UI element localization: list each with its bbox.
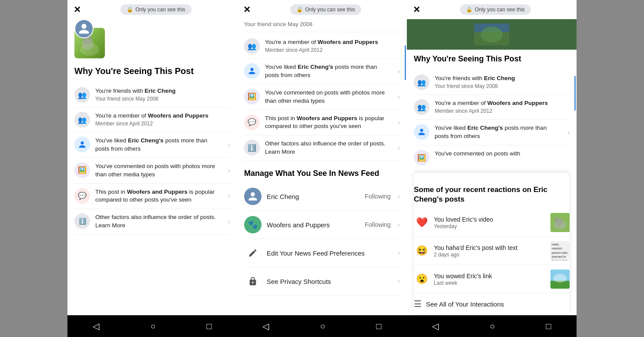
- phone-1-content: Why You're Seeing This Post 👥 You're fri…: [67, 19, 237, 315]
- privacy-pill-3: 🔒 Only you can see this: [420, 4, 570, 15]
- close-button-3[interactable]: ✕: [413, 5, 420, 14]
- eric-avatar-2: [244, 188, 262, 205]
- home-nav-3[interactable]: ○: [490, 321, 495, 331]
- see-all-3[interactable]: ☰ See All of Your Interactions: [414, 293, 570, 314]
- reason-friends-text-1: You're friends with Eric Cheng: [95, 87, 230, 95]
- reactions-panel-3: Some of your recent reactions on Eric Ch…: [414, 173, 570, 314]
- scroll-indicator-3: [574, 76, 576, 111]
- phone-2-content: Your friend since May 2008 👥 You're a me…: [237, 19, 407, 315]
- manage-edit-2[interactable]: Edit Your News Feed Preferences ›: [244, 239, 400, 267]
- lock-icon-2: 🔒: [296, 7, 303, 13]
- chevron-privacy-2: ›: [398, 277, 400, 285]
- commented-icon-2: 🖼️: [244, 89, 260, 104]
- reason-member-sub-1: Member since April 2012: [95, 121, 230, 127]
- member-icon-2: 👥: [244, 38, 260, 54]
- reason-popular-1[interactable]: 💬 This post in Woofers and Puppers is po…: [74, 184, 230, 209]
- haha-title-3: You haha'd Eric's post with text: [434, 244, 546, 251]
- reason-friends-1: 👥 You're friends with Eric Cheng Your fr…: [74, 83, 230, 108]
- liked-icon-3: [414, 124, 429, 140]
- reason-liked-1[interactable]: You've liked Eric Cheng's posts more tha…: [74, 132, 230, 158]
- privacy-pill-inner-2: 🔒 Only you can see this: [290, 4, 361, 15]
- manage-woofers-2[interactable]: 🐾 Woofers and Puppers Following ›: [244, 211, 400, 239]
- friend-since-2: Your friend since May 2008: [244, 19, 400, 32]
- close-button-1[interactable]: ✕: [74, 5, 81, 14]
- haha-time-3: 2 days ago: [434, 252, 546, 258]
- back-nav-3[interactable]: ◁: [432, 321, 439, 331]
- back-nav-2[interactable]: ◁: [262, 321, 269, 331]
- reason-other-1[interactable]: ℹ️ Other factors also influence the orde…: [74, 209, 230, 235]
- chevron-edit-2: ›: [398, 249, 400, 257]
- phone-3-nav: ◁ ○ □: [407, 315, 577, 337]
- liked-icon-2: [244, 63, 260, 79]
- lock-icon-1: 🔒: [127, 7, 133, 13]
- privacy-label-2: See Privacy Shortcuts: [267, 278, 392, 285]
- reason-friends-sub-3: Your friend since May 2008: [435, 83, 570, 89]
- reason-other-text-1: Other factors also influence the order o…: [95, 213, 223, 230]
- chevron-woofers-2: ›: [398, 221, 400, 229]
- manage-eric-2[interactable]: Eric Cheng Following ›: [244, 182, 400, 211]
- manage-privacy-2[interactable]: See Privacy Shortcuts ›: [244, 267, 400, 296]
- reason-member-2: 👥 You're a member of Woofers and Puppers…: [244, 34, 400, 59]
- person-icon-1: [78, 23, 90, 35]
- reason-member-text-2: You're a member of Woofers and Puppers: [265, 38, 400, 47]
- list-icon-3: ☰: [414, 299, 422, 309]
- chevron-liked-1: ›: [228, 141, 230, 149]
- loved-text-wrap-3: You loved Eric's video Yesterday: [434, 216, 546, 229]
- woofers-icon-wrap-2: 🐾: [244, 216, 262, 233]
- home-nav-1[interactable]: ○: [150, 321, 155, 331]
- phone-3-screen: ✕ 🔒 Only you can see this Why You're See…: [407, 0, 577, 315]
- recent-nav-3[interactable]: □: [546, 321, 551, 331]
- phone-1-nav: ◁ ○ □: [67, 315, 237, 337]
- friends-icon-1: 👥: [74, 87, 90, 103]
- woofers-label-2: Woofers and Puppers: [267, 221, 360, 229]
- loved-thumb-3: [550, 213, 570, 232]
- phone-2-top-bar: ✕ 🔒 Only you can see this: [237, 0, 407, 19]
- recent-nav-2[interactable]: □: [376, 321, 381, 331]
- privacy-pill-inner-1: 🔒 Only you can see this: [121, 4, 191, 15]
- reason-member-sub-3: Member since April 2012: [435, 108, 570, 114]
- reason-member-text-3: You're a member of Woofers and Puppers: [435, 99, 570, 108]
- lock-icon-3: 🔒: [466, 7, 473, 13]
- liked-svg-2: [248, 67, 256, 75]
- close-button-2[interactable]: ✕: [243, 5, 251, 14]
- privacy-label-3: Only you can see this: [475, 7, 525, 13]
- reason-liked-3[interactable]: You've liked Eric Cheng's posts more tha…: [414, 120, 570, 145]
- phone-2-nav: ◁ ○ □: [237, 315, 407, 337]
- reason-other-2[interactable]: ℹ️ Other factors also influence the orde…: [244, 135, 400, 161]
- recent-nav-1[interactable]: □: [206, 321, 211, 331]
- chevron-liked-2: ›: [398, 67, 400, 75]
- phone-1: ✕ 🔒 Only you can see this: [67, 0, 237, 337]
- haha-text-wrap-3: You haha'd Eric's post with text 2 days …: [434, 244, 546, 258]
- home-nav-2[interactable]: ○: [320, 321, 325, 331]
- phone-2-screen: ✕ 🔒 Only you can see this Your friend si…: [237, 0, 407, 315]
- phone-3-top-bar: ✕ 🔒 Only you can see this: [407, 0, 577, 19]
- reactions-heading-3: Some of your recent reactions on Eric Ch…: [414, 185, 570, 204]
- member-icon-1: 👥: [74, 112, 90, 128]
- popular-icon-1: 💬: [74, 188, 90, 204]
- liked-svg-3: [418, 128, 426, 136]
- loved-time-3: Yesterday: [434, 223, 546, 229]
- edit-svg-2: [248, 248, 258, 258]
- privacy-pill-1: 🔒 Only you can see this: [81, 4, 231, 15]
- other-icon-2: ℹ️: [244, 140, 260, 155]
- privacy-pill-inner-3: 🔒 Only you can see this: [460, 4, 531, 15]
- phone-3-content: Why You're Seeing This Post 👥 You're fri…: [407, 50, 577, 315]
- reason-popular-2[interactable]: 💬 This post in Woofers and Puppers is po…: [244, 110, 400, 136]
- reason-member-1: 👥 You're a member of Woofers and Puppers…: [74, 108, 230, 132]
- why-seeing-heading-3: Why You're Seeing This Post: [414, 54, 570, 64]
- back-nav-1[interactable]: ◁: [93, 321, 99, 331]
- reason-commented-1[interactable]: 🖼️ You've commented on posts with photos…: [74, 158, 230, 184]
- avatar-stack-1: [74, 19, 105, 58]
- reason-liked-2[interactable]: You've liked Eric Cheng's posts more tha…: [244, 59, 400, 84]
- lock-svg-2: [248, 276, 258, 286]
- haha-thumb-3: Hello, random person who seemed to have …: [550, 241, 570, 260]
- reaction-loved-3: ❤️ You loved Eric's video Yesterday: [414, 209, 570, 237]
- reason-commented-2[interactable]: 🖼️ You've commented on posts with photos…: [244, 84, 400, 110]
- popular-icon-2: 💬: [244, 115, 260, 130]
- see-all-label-3: See All of Your Interactions: [426, 300, 504, 308]
- edit-icon-wrap-2: [244, 244, 262, 262]
- wow-title-3: You wowed Eric's link: [434, 273, 546, 280]
- edit-label-2: Edit Your News Feed Preferences: [267, 249, 392, 257]
- eric-label-2: Eric Cheng: [267, 193, 360, 200]
- dog-thumb-svg-3: [550, 213, 570, 232]
